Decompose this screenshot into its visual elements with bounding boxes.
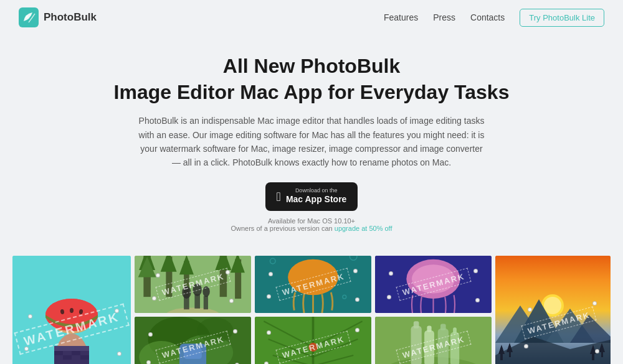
svg-rect-34 bbox=[204, 296, 208, 310]
wm-dot bbox=[267, 330, 271, 335]
svg-rect-13 bbox=[63, 355, 72, 360]
wm-dot bbox=[264, 362, 269, 364]
gallery-section: WATERMARK bbox=[0, 245, 623, 364]
gallery-item-jellyfish-teal: WATERMARK bbox=[255, 256, 371, 313]
gallery-item-leaves1: WATERMARK bbox=[135, 317, 251, 364]
svg-rect-11 bbox=[54, 346, 89, 351]
gallery-item-people: WATERMARK bbox=[135, 256, 251, 313]
svg-point-8 bbox=[70, 308, 74, 313]
header: PhotoBulk Features Press Contacts Try Ph… bbox=[0, 0, 623, 35]
upgrade-link[interactable]: upgrade at 50% off bbox=[335, 225, 392, 232]
upgrade-prefix: Owners of a previous version can bbox=[231, 225, 332, 232]
gallery-middle-column: WATERMARK bbox=[135, 256, 492, 364]
gallery-item-sunset: WATERMARK bbox=[495, 256, 611, 364]
wm-dot bbox=[146, 360, 151, 364]
wm-dot bbox=[473, 269, 478, 273]
wm-dot bbox=[592, 301, 597, 306]
wm-dot bbox=[156, 273, 160, 278]
svg-point-72 bbox=[544, 297, 561, 314]
hero-description: PhotoBulk is an indispensable Mac image … bbox=[137, 114, 486, 170]
logo-area: PhotoBulk bbox=[19, 7, 97, 27]
gallery-item-watermelon: WATERMARK bbox=[12, 256, 131, 364]
try-lite-button[interactable]: Try PhotoBulk Lite bbox=[520, 9, 604, 27]
gallery-mid-top: WATERMARK bbox=[135, 256, 492, 313]
svg-rect-65 bbox=[427, 326, 431, 332]
wm-dot bbox=[387, 295, 391, 299]
gallery-item-jellyfish-blue: WATERMARK bbox=[375, 256, 492, 313]
svg-rect-67 bbox=[440, 324, 446, 330]
gallery-mid-bottom: WATERMARK bbox=[135, 317, 492, 364]
availability-text: Available for Mac OS 10.10+ Owners of a … bbox=[12, 217, 611, 232]
svg-rect-32 bbox=[194, 294, 200, 309]
download-btn-main: Mac App Store bbox=[286, 194, 347, 206]
nav-features[interactable]: Features bbox=[384, 12, 418, 22]
svg-rect-14 bbox=[72, 351, 80, 355]
svg-rect-30 bbox=[184, 297, 189, 309]
svg-rect-63 bbox=[414, 322, 419, 329]
wm-dot-br bbox=[117, 352, 121, 356]
wm-dot bbox=[353, 269, 358, 273]
availability-upgrade: Owners of a previous version can upgrade… bbox=[12, 225, 611, 232]
logo-text: PhotoBulk bbox=[44, 11, 97, 24]
navigation: Features Press Contacts Try PhotoBulk Li… bbox=[384, 9, 604, 27]
hero-section: All New PhotoBulk Image Editor Mac App f… bbox=[0, 35, 623, 245]
wm-dot bbox=[595, 349, 599, 353]
nav-press[interactable]: Press bbox=[433, 12, 455, 22]
nav-contacts[interactable]: Contacts bbox=[470, 12, 505, 22]
wm-dot-tr bbox=[115, 309, 119, 313]
hero-title: All New PhotoBulk Image Editor Mac App f… bbox=[12, 54, 611, 105]
logo-icon bbox=[19, 7, 39, 27]
svg-rect-12 bbox=[54, 351, 63, 355]
gallery-top-row: WATERMARK bbox=[12, 256, 611, 364]
wm-dot bbox=[233, 329, 237, 334]
apple-icon:  bbox=[277, 190, 281, 203]
gallery-item-bottles: WATERMARK bbox=[375, 317, 492, 364]
availability-line1: Available for Mac OS 10.10+ bbox=[12, 217, 611, 225]
svg-rect-15 bbox=[80, 355, 89, 360]
hero-title-line2: Image Editor Mac App for Everyday Tasks bbox=[114, 81, 510, 103]
download-btn-text: Download on the Mac App Store bbox=[286, 188, 347, 206]
wm-dot bbox=[229, 299, 234, 303]
download-btn-top: Download on the bbox=[286, 188, 347, 194]
hero-title-line1: All New PhotoBulk bbox=[223, 55, 400, 77]
gallery-item-leaf-closeup: WATERMARK bbox=[255, 317, 371, 364]
download-app-store-button[interactable]:  Download on the Mac App Store bbox=[265, 182, 358, 212]
svg-point-1 bbox=[26, 16, 28, 18]
wm-dot bbox=[528, 307, 532, 312]
